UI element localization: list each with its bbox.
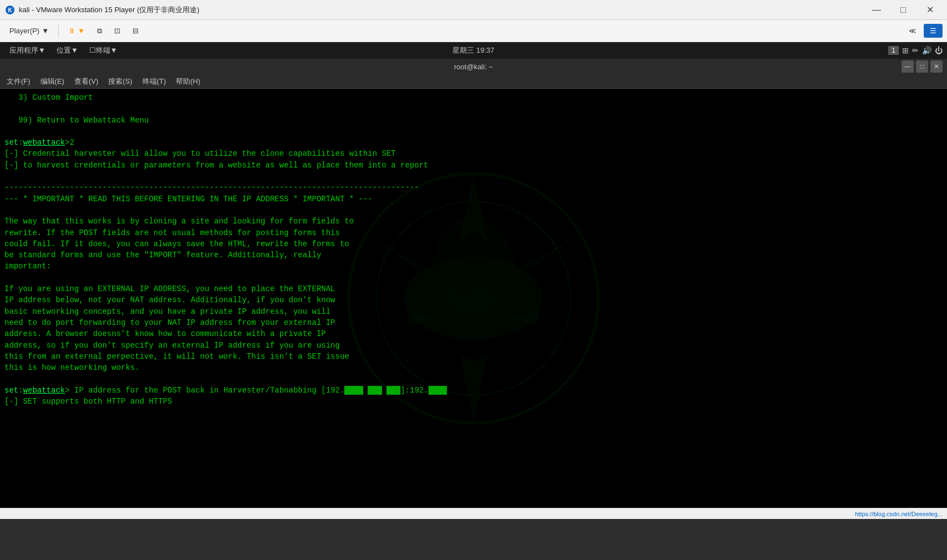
minimize-button[interactable]: —: [864, 0, 889, 20]
terminal-output: 3) Custom Import 99) Return to Webattack…: [4, 92, 943, 407]
status-url: https://blog.csdn.net/Deeeeleg...: [855, 511, 943, 517]
player-dropdown-icon: ▼: [42, 27, 49, 35]
title-bar: K kali - VMware Workstation 15 Player (仅…: [0, 0, 947, 20]
pause-icon: ⏸: [68, 27, 75, 35]
toolbar-right: ≪ ☰: [904, 24, 943, 38]
menu-help[interactable]: 帮助(H): [171, 75, 205, 88]
menu-edit[interactable]: 编辑(E): [36, 75, 69, 88]
power-icon: ⏻: [935, 46, 943, 55]
terminal-content[interactable]: kali 3) Custom Import 99) Return to Weba…: [0, 89, 947, 508]
menu-file[interactable]: 文件(F): [2, 75, 35, 88]
fullscreen-icon: ⊡: [114, 27, 120, 35]
window-controls: — □ ✕: [864, 0, 943, 20]
terminal-maximize-button[interactable]: □: [916, 60, 928, 73]
volume-icon: 🔊: [922, 46, 931, 55]
position-menu-button[interactable]: 位置▼: [52, 44, 83, 57]
terminal-minimize-button[interactable]: —: [902, 60, 914, 73]
window-title: kali - VMware Workstation 15 Player (仅用于…: [19, 5, 864, 15]
terminal-titlebar: root@kali: ~ — □ ✕: [0, 59, 947, 74]
apps-menu-button[interactable]: 应用程序▼: [4, 44, 50, 57]
player-menu-button[interactable]: Player(P) ▼: [4, 24, 54, 38]
menu-view[interactable]: 查看(V): [70, 75, 103, 88]
terminal-title: root@kali: ~: [454, 63, 493, 71]
terminal-titlebar-controls: — □ ✕: [902, 60, 943, 73]
screenshot-icon: ✏: [912, 46, 919, 55]
pause-dropdown-icon: ▼: [78, 27, 85, 35]
workspace-icon: ⊞: [902, 46, 909, 55]
vmware-toolbar: Player(P) ▼ ⏸ ▼ ⧉ ⊡ ⊟ ≪ ☰: [0, 20, 947, 42]
unity-button[interactable]: ⊟: [128, 24, 144, 38]
app-icon: K: [4, 4, 16, 16]
send-key-button[interactable]: ⧉: [92, 24, 107, 38]
unity-icon: ⊟: [133, 27, 139, 35]
vm-container: 应用程序▼ 位置▼ ☐终端▼ 星期三 19:37 1 ⊞ ✏ 🔊 ⏻ root@…: [0, 42, 947, 508]
terminal-menubar: 文件(F) 编辑(E) 查看(V) 搜索(S) 终端(T) 帮助(H): [0, 74, 947, 89]
menu-terminal[interactable]: 终端(T): [138, 75, 171, 88]
library-button[interactable]: ☰: [924, 24, 943, 38]
send-key-icon: ⧉: [97, 27, 102, 35]
kali-panel-right: 1 ⊞ ✏ 🔊 ⏻: [888, 46, 943, 55]
datetime-display: 星期三 19:37: [452, 45, 494, 55]
back-button[interactable]: ≪: [904, 24, 921, 38]
pause-button[interactable]: ⏸ ▼: [63, 24, 90, 38]
workspace-number: 1: [888, 46, 899, 55]
player-label: Player(P): [9, 27, 39, 35]
close-button[interactable]: ✕: [917, 0, 943, 20]
kali-panel: 应用程序▼ 位置▼ ☐终端▼ 星期三 19:37 1 ⊞ ✏ 🔊 ⏻: [0, 42, 947, 59]
fullscreen-button[interactable]: ⊡: [109, 24, 125, 38]
menu-search[interactable]: 搜索(S): [104, 75, 136, 88]
terminal-close-button[interactable]: ✕: [930, 60, 943, 73]
svg-text:K: K: [8, 7, 12, 13]
toolbar-separator-1: [58, 24, 59, 38]
maximize-button[interactable]: □: [890, 0, 916, 20]
kali-panel-left: 应用程序▼ 位置▼ ☐终端▼: [4, 44, 123, 57]
library-icon: ☰: [930, 27, 936, 35]
terminal-menu-button[interactable]: ☐终端▼: [84, 44, 123, 57]
